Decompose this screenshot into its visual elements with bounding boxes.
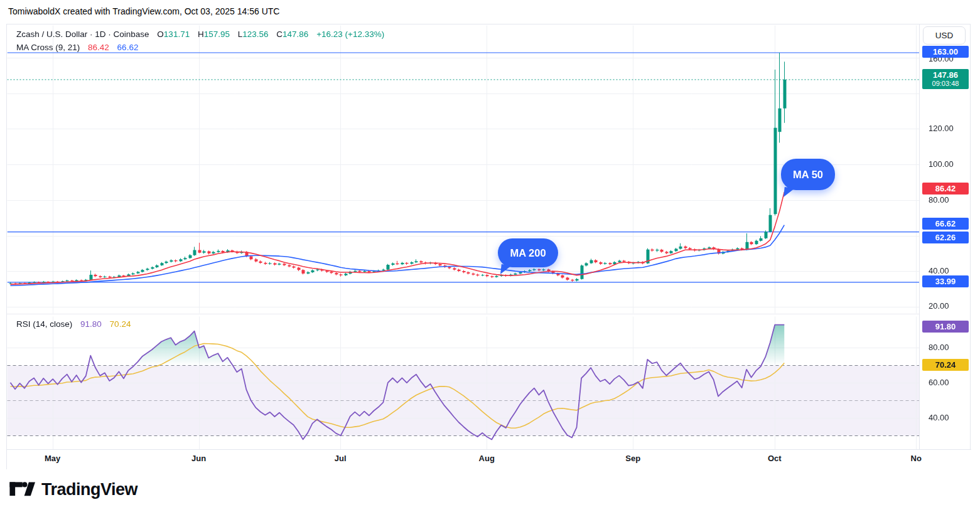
rsi-scale-label: 91.80 (922, 321, 969, 333)
page: TomiwaboldX created with TradingView.com… (0, 0, 980, 517)
ohlc-low-value: 123.56 (242, 29, 268, 39)
price-scale-label: 147.8609:03:48 (922, 69, 969, 89)
ohlc-close-value: 147.86 (283, 29, 308, 39)
currency-button[interactable]: USD (923, 26, 966, 45)
rsi-scale-label: 80.00 (929, 343, 949, 352)
chart-widget: Zcash / U.S. Dollar · 1D · Coinbase O131… (6, 24, 971, 469)
symbol-row[interactable]: Zcash / U.S. Dollar · 1D · Coinbase O131… (16, 28, 384, 41)
ma-200-callout[interactable]: MA 200 (498, 238, 558, 267)
credit-line: TomiwaboldX created with TradingView.com… (8, 6, 279, 16)
rsi-scale-label: 60.00 (929, 378, 949, 387)
price-scale-label: 62.26 (922, 232, 969, 243)
ohlc-open-value: 131.71 (164, 29, 190, 39)
time-axis-label-oct: Oct (768, 454, 782, 463)
time-axis-label-aug: Aug (479, 454, 495, 463)
ma-cross-label: MA Cross (9, 21) (16, 43, 80, 52)
price-scale-label: 100.00 (929, 159, 954, 169)
tradingview-icon (9, 479, 35, 499)
ohlc-close-key: C (276, 29, 283, 39)
price-scale[interactable]: USD 160.00120.00100.0080.0040.0020.00163… (920, 24, 971, 314)
rsi-scale[interactable]: 80.0060.0040.0091.8070.24 (920, 314, 971, 449)
time-axis-label-may: May (45, 454, 60, 463)
symbol-title: Zcash / U.S. Dollar · 1D · Coinbase (16, 29, 149, 39)
rsi-label: RSI (14, close) (16, 319, 72, 329)
price-scale-label: 80.00 (929, 195, 949, 205)
price-scale-label: 20.00 (929, 301, 949, 311)
time-axis-label-jun: Jun (191, 454, 206, 463)
time-axis-label-no: No (911, 454, 922, 463)
rsi-value: 91.80 (80, 319, 102, 329)
ma-cross-row[interactable]: MA Cross (9, 21) 86.42 66.62 (16, 41, 384, 54)
ma-fast-value: 86.42 (88, 43, 109, 52)
time-axis[interactable]: MayJunJulAugSepOctNo (7, 450, 971, 470)
ma-slow-value: 66.62 (117, 43, 139, 52)
rsi-legend[interactable]: RSI (14, close) 91.80 70.24 (16, 319, 131, 329)
rsi-scale-label: 70.24 (922, 359, 969, 371)
price-scale-label: 33.99 (922, 275, 969, 287)
footer-logo: TradingView (9, 479, 137, 499)
countdown-timer: 09:03:48 (922, 80, 969, 89)
ohlc-change-value: +16.23 (+12.33%) (316, 29, 384, 39)
pane-separator (7, 314, 919, 314)
price-scale-label: 120.00 (929, 124, 954, 133)
chart-canvas[interactable] (7, 24, 971, 470)
time-axis-label-jul: Jul (335, 454, 347, 463)
tradingview-wordmark: TradingView (41, 480, 137, 499)
ohlc-high-value: 157.95 (204, 29, 230, 39)
price-legend: Zcash / U.S. Dollar · 1D · Coinbase O131… (16, 28, 384, 54)
price-scale-label: 163.00 (922, 46, 969, 58)
price-scale-label: 86.42 (922, 183, 969, 195)
ohlc-high-key: H (198, 29, 204, 39)
price-scale-label: 66.62 (922, 218, 969, 230)
ma-200-callout-label: MA 200 (510, 247, 546, 259)
price-scale-label: 40.00 (929, 266, 949, 275)
rsi-scale-label: 40.00 (929, 413, 949, 422)
ma-50-callout-label: MA 50 (793, 169, 823, 181)
time-axis-label-sep: Sep (625, 454, 640, 463)
ma-50-callout[interactable]: MA 50 (781, 159, 835, 190)
rsi-ma-value: 70.24 (110, 319, 131, 329)
ohlc-open-key: O (157, 29, 164, 39)
